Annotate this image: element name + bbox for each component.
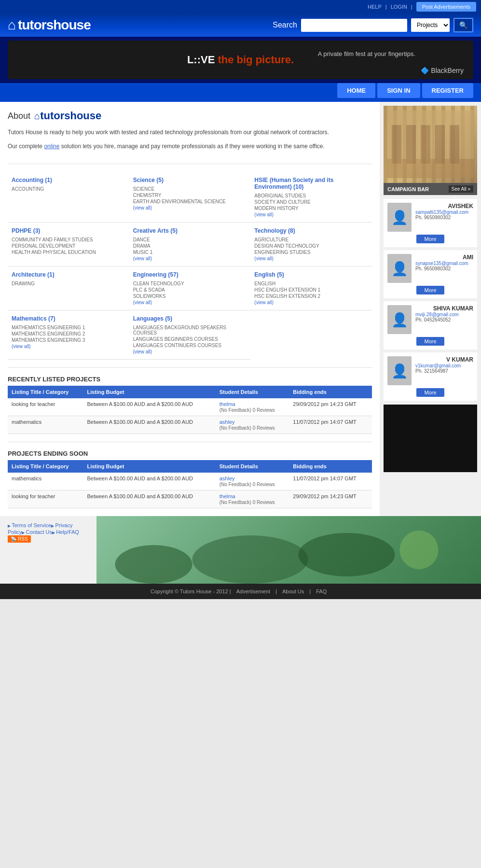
more-button[interactable]: More [416,388,444,397]
about-logo-icon: ⌂ [34,111,40,122]
student-link[interactable]: thelma [220,401,235,407]
footer-link[interactable]: Contact Us [22,529,52,535]
category-title[interactable]: English (5) [254,271,368,278]
category-title[interactable]: HSIE (Human Society and its Environment)… [254,177,368,190]
copyright: Copyright © Tutors House - 2012 [151,588,228,594]
signin-button[interactable]: SIGN IN [377,83,420,98]
category-title[interactable]: PDHPE (3) [12,227,125,234]
logo[interactable]: ⌂ tutorshouse [8,17,91,33]
col-student: Student Details [216,386,289,398]
projects-ending-table: Listing Title / Category Listing Budget … [8,460,372,508]
category-viewall[interactable]: (view all) [254,300,368,305]
category-item: MATHEMATICS ENGINEERING 3 [12,337,125,343]
rss-badge[interactable]: 📡RSS [8,535,31,543]
svg-rect-4 [435,125,445,164]
search-label: Search [273,21,297,29]
avatar-icon: 👤 [391,312,408,328]
category-viewall[interactable]: (view all) [133,300,247,305]
tutor-info: AVISHEK sampatti135@gmail.com Ph. 965098… [415,203,473,220]
register-button[interactable]: REGISTER [422,83,473,98]
avatar: 👤 [387,305,412,334]
table-row: mathematics Between A $100.00 AUD and A … [8,416,372,434]
see-all-button[interactable]: See All » [449,185,473,193]
category-item: AGRICULTURE [254,237,368,242]
category-section: Science (5)SCIENCECHEMISTRYEARTH AND ENV… [129,172,251,223]
category-section: Engineering (57)CLEAN TECHNOLOGYPLC & SC… [129,266,251,310]
svg-point-9 [299,533,395,576]
faq-link[interactable]: FAQ [316,588,327,594]
avatar-icon: 👤 [391,261,408,277]
student-cell: ashley(No Feedback) 0 Reviews [216,416,289,434]
category-item: MATHEMATICS ENGINEERING 2 [12,331,125,336]
category-title[interactable]: Science (5) [133,177,247,183]
tutor-card-inner: 👤 SHIVA KUMAR mviji.28@gmail.com Ph. 045… [387,305,473,334]
budget-cell: Between A $100.00 AUD and A $200.00 AUD [83,473,215,490]
listing-title-cell: looking for teacher [8,398,83,416]
tutor-name: SHIVA KUMAR [415,305,473,312]
search-input[interactable] [301,19,407,32]
footer-links-column: Terms of ServicePrivacy PolicyContact Us… [0,516,96,584]
student-link[interactable]: ashley [220,476,235,481]
budget-cell: Between A $100.00 AUD and A $200.00 AUD [83,416,215,434]
banner: L::VE the big picture. A private film fe… [8,41,473,79]
category-item: ACCOUNTING [12,186,125,192]
category-title[interactable]: Technology (8) [254,227,368,234]
search-button[interactable]: 🔍 [454,18,473,32]
footer-link[interactable]: Terms of Service [8,522,51,528]
student-link[interactable]: thelma [220,493,235,499]
footer-link[interactable]: Help/FAQ [52,529,79,535]
tutor-card-inner: 👤 AVISHEK sampatti135@gmail.com Ph. 9650… [387,203,473,232]
bidding-cell: 29/09/2012 pm 14:23 GMT [289,398,372,416]
student-link[interactable]: ashley [220,419,235,425]
avatar: 👤 [387,203,412,232]
category-section: Architecture (1)DRAWING [8,266,129,310]
category-title[interactable]: Mathematics (7) [12,315,125,322]
tutor-email[interactable]: synapse135@gmail.com [415,261,473,266]
category-viewall[interactable]: (view all) [133,349,247,354]
student-cell: thelma(No Feedback) 0 Reviews [216,490,289,508]
tutor-name: AMI [415,254,473,261]
online-link[interactable]: online [44,143,59,150]
more-button[interactable]: More [416,337,444,346]
category-viewall[interactable]: (view all) [254,256,368,261]
category-item: PERSONAL DEVELOPMENT [12,243,125,249]
tutor-info: SHIVA KUMAR mviji.28@gmail.com Ph. 04526… [415,305,473,322]
category-title[interactable]: Languages (5) [133,315,247,322]
post-ad-button[interactable]: Post Advertisements [416,2,476,12]
category-item: ENGLISH [254,281,368,286]
logo-icon: ⌂ [8,17,16,33]
category-item: DANCE [133,237,247,242]
category-title[interactable]: Creative Arts (5) [133,227,247,234]
tutor-email[interactable]: v1kumar@gmail.com [415,363,473,368]
about-us-link[interactable]: About Us [282,588,304,594]
more-button[interactable]: More [416,235,444,243]
category-viewall[interactable]: (view all) [12,344,125,349]
budget-cell: Between A $100.00 AUD and A $200.00 AUD [83,490,215,508]
category-item: MATHEMATICS ENGINEERING 1 [12,325,125,330]
category-viewall[interactable]: (view all) [133,205,247,210]
tutor-card-inner: 👤 AMI synapse135@gmail.com Ph. 965098030… [387,254,473,283]
tutor-email[interactable]: mviji.28@gmail.com [415,312,473,317]
help-link[interactable]: HELP [368,4,382,10]
tutor-email[interactable]: sampatti135@gmail.com [415,210,473,215]
search-dropdown[interactable]: Projects [411,18,450,32]
home-button[interactable]: HOME [337,83,375,98]
tutor-phone: Ph. 9650980302 [415,266,473,271]
category-title[interactable]: Engineering (57) [133,271,247,278]
category-viewall[interactable]: (view all) [133,256,247,261]
category-title[interactable]: Architecture (1) [12,271,125,278]
avatar-icon: 👤 [391,210,408,225]
bottom-footer: Copyright © Tutors House - 2012 | Advert… [0,584,481,599]
more-button[interactable]: More [416,286,444,294]
category-viewall[interactable]: (view all) [254,212,368,217]
category-item: SOLIDWORKS [133,294,247,299]
login-link[interactable]: LOGIN [391,4,407,10]
about-title: About [8,111,30,121]
advertisement-link[interactable]: Advertisement [236,588,270,594]
category-grid: Accounting (1)ACCOUNTINGScience (5)SCIEN… [8,172,372,360]
category-title[interactable]: Accounting (1) [12,177,125,183]
table-row: mathematics Between A $100.00 AUD and A … [8,473,372,490]
category-item: ABORIGINAL STUDIES [254,193,368,198]
svg-rect-3 [421,125,430,164]
rss-label: RSS [18,536,28,542]
